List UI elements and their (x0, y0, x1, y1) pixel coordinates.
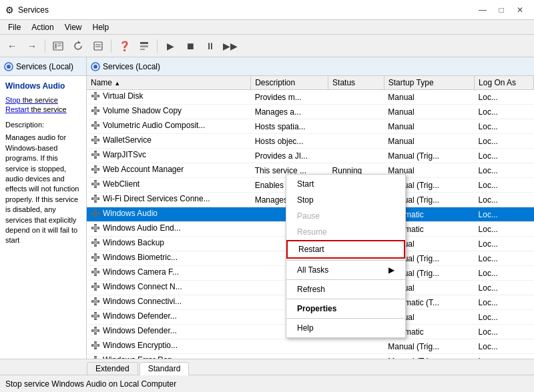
forward-button[interactable]: → (23, 37, 41, 55)
service-status-cell (328, 90, 384, 105)
service-gear-icon (91, 341, 100, 350)
service-gear-icon (91, 282, 100, 291)
context-menu-item[interactable]: Start (286, 176, 405, 192)
table-row[interactable]: Volumetric Audio Composit...Hosts spatia… (87, 119, 534, 134)
svg-rect-78 (98, 241, 100, 244)
service-gear-icon (91, 326, 100, 335)
svg-rect-108 (98, 315, 100, 317)
service-icon-wrapper: Windows Audio End... (91, 223, 181, 233)
service-startup-cell: Manual (Trig... (384, 149, 474, 163)
service-icon-wrapper: Windows Audio (91, 209, 158, 218)
context-menu-item: Pause (286, 208, 405, 224)
properties-button[interactable] (135, 37, 154, 55)
service-name-cell: Windows Camera F... (87, 266, 251, 281)
title-bar-controls: — □ ✕ (474, 3, 529, 17)
tab-standard[interactable]: Standard (140, 362, 190, 375)
service-icon-wrapper: Web Account Manager (91, 165, 184, 174)
restart-service-link[interactable]: Restart the service (5, 105, 81, 113)
svg-rect-59 (91, 197, 93, 200)
stop-link-suffix: the service (21, 96, 58, 104)
restart-link-text[interactable]: Restart (5, 105, 29, 113)
refresh-button[interactable] (69, 37, 87, 55)
service-logon-cell: Loc... (475, 149, 534, 163)
svg-rect-34 (94, 143, 97, 145)
menu-file[interactable]: File (3, 21, 26, 33)
svg-point-110 (95, 315, 96, 317)
service-name-cell: WarpJITSvc (87, 149, 251, 163)
col-header-startup[interactable]: Startup Type (384, 76, 474, 90)
service-name-cell: Windows Audio (87, 207, 251, 222)
services-local-icon (4, 62, 13, 71)
svg-point-44 (95, 154, 96, 155)
table-row[interactable]: WalletServiceHosts objec...ManualLoc... (87, 134, 534, 149)
maximize-button[interactable]: □ (493, 3, 510, 17)
svg-rect-45 (94, 165, 97, 167)
service-icon-wrapper: Virtual Disk (91, 91, 143, 101)
col-header-name[interactable]: Name ▲ (87, 76, 251, 90)
table-row[interactable]: Windows Encryptio...Manual (Trig...Loc..… (87, 339, 534, 354)
service-icon-wrapper: Windows Camera F... (91, 267, 179, 277)
service-gear-icon (91, 297, 100, 306)
svg-point-56 (95, 183, 96, 185)
service-logon-cell: Loc... (475, 295, 534, 310)
context-menu-item[interactable]: Properties (286, 301, 405, 317)
service-name-cell: Volumetric Audio Composit... (87, 119, 251, 134)
stop-service-link[interactable]: Stop the service (5, 96, 81, 104)
service-name-cell: Volume Shadow Copy (87, 105, 251, 119)
context-menu-item[interactable]: Refresh (286, 281, 405, 297)
service-name-cell: Windows Connect N... (87, 281, 251, 295)
stop-link-text[interactable]: Stop (5, 96, 21, 104)
table-row[interactable]: WarpJITSvcProvides a JI...Manual (Trig..… (87, 149, 534, 163)
menu-action[interactable]: Action (26, 21, 59, 33)
svg-rect-81 (94, 253, 97, 255)
menu-help[interactable]: Help (87, 21, 115, 33)
svg-rect-111 (94, 327, 97, 329)
refresh-icon (73, 41, 83, 51)
svg-rect-60 (98, 197, 100, 200)
service-startup-cell: Manual (Trig... (384, 339, 474, 354)
service-gear-icon (91, 253, 100, 262)
start-service-button[interactable]: ▶ (161, 37, 180, 55)
service-gear-icon (91, 121, 100, 130)
service-logon-cell: Loc... (475, 119, 534, 134)
service-icon-wrapper: WebClient (91, 179, 140, 189)
svg-rect-114 (98, 329, 100, 332)
service-icon-wrapper: Windows Biometric... (91, 253, 178, 262)
restart-link-suffix: the service (29, 105, 66, 113)
service-name-cell: Windows Defender... (87, 310, 251, 325)
table-row[interactable]: Windows Error Rep...Manual (Trig...Loc..… (87, 354, 534, 359)
col-header-status[interactable]: Status (328, 76, 384, 90)
left-panel-title: Services (Local) (16, 62, 73, 71)
svg-rect-30 (98, 124, 100, 127)
service-desc-cell: Manages a... (251, 105, 328, 119)
context-menu-item[interactable]: All Tasks▶ (286, 262, 405, 278)
show-console-button[interactable] (49, 37, 67, 55)
service-gear-icon (91, 311, 100, 321)
export-icon (93, 41, 103, 51)
close-button[interactable]: ✕ (511, 3, 529, 17)
svg-rect-71 (91, 227, 93, 229)
export-button[interactable] (89, 37, 107, 55)
pause-service-button[interactable]: ⏸ (201, 37, 220, 55)
svg-rect-53 (91, 183, 93, 185)
back-button[interactable]: ← (3, 37, 21, 55)
restart-service-button[interactable]: ▶▶ (221, 37, 240, 55)
context-menu-item[interactable]: Stop (286, 192, 405, 208)
help-button[interactable]: ❓ (115, 37, 134, 55)
stop-service-button[interactable]: ⏹ (181, 37, 200, 55)
context-menu-separator (286, 260, 405, 261)
toolbar-sep-3 (157, 39, 158, 53)
minimize-button[interactable]: — (474, 3, 491, 17)
context-menu-item[interactable]: Restart (286, 240, 405, 259)
tab-extended[interactable]: Extended (87, 362, 138, 375)
table-row[interactable]: Volume Shadow CopyManages a...ManualLoc.… (87, 105, 534, 119)
col-header-desc[interactable]: Description (251, 76, 328, 90)
menu-view[interactable]: View (59, 21, 87, 33)
svg-rect-99 (94, 297, 97, 299)
svg-rect-118 (94, 348, 97, 350)
table-row[interactable]: Virtual DiskProvides m...ManualLoc... (87, 90, 534, 105)
col-header-logon[interactable]: Log On As (475, 76, 534, 90)
service-logon-cell: Loc... (475, 251, 534, 266)
title-bar-title: Services (18, 5, 49, 15)
context-menu-item[interactable]: Help (286, 320, 405, 336)
